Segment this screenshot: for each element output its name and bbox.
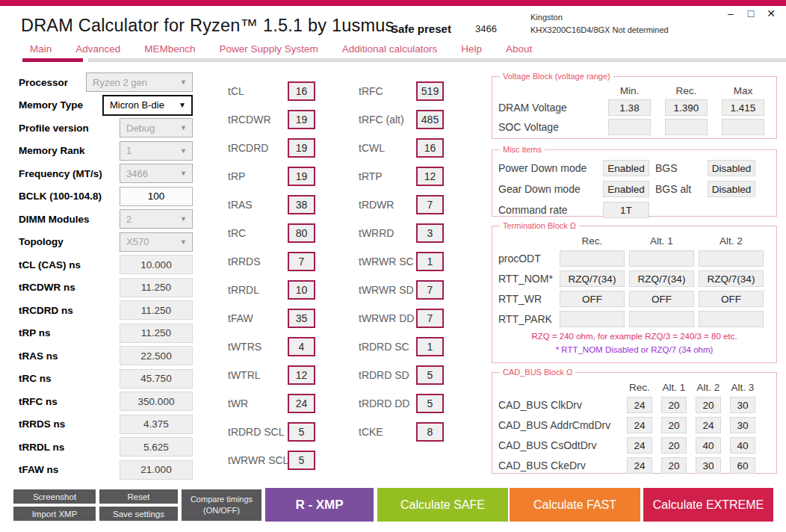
timing-row-twrwr-dd: tWRWR DD7 (359, 304, 444, 332)
tcwl-input[interactable]: 16 (416, 138, 444, 158)
tcke-input[interactable]: 8 (416, 422, 444, 442)
timing-row-trrdl: tRRDL10 (228, 276, 315, 304)
trdrd-scl-input[interactable]: 5 (288, 422, 315, 442)
tras-label: tRAS (228, 199, 288, 211)
table-row-dram-voltage: DRAM Voltage1.381.3901.415 (498, 99, 770, 116)
termination-block-title: Termination Block Ω (500, 221, 579, 230)
tras-input[interactable]: 38 (288, 195, 315, 214)
field-label-trfc-ns: tRFC ns (19, 396, 58, 407)
reset-button[interactable]: Reset (99, 489, 178, 504)
bclk-100-104-8-input[interactable] (120, 187, 193, 206)
window-controls: – □ ✕ (725, 7, 777, 19)
cad-bus-clkdrv-alt-2-box: 20 (696, 397, 721, 413)
screenshot-button[interactable]: Screenshot (13, 489, 96, 504)
twrwr-sc-input[interactable]: 1 (416, 252, 444, 271)
trp-ns-readonly: 11.250 (120, 324, 193, 343)
field-row-dimm-modules: DIMM Modules2▼ (19, 208, 193, 231)
timing-row-trc: tRC80 (228, 219, 315, 247)
trcdwr-input[interactable]: 19 (288, 110, 315, 129)
column-header-rec: Rec. (560, 235, 625, 247)
bgs-value: Disabled (708, 160, 755, 176)
trtp-input[interactable]: 12 (416, 167, 444, 186)
twtrs-input[interactable]: 4 (288, 337, 315, 356)
preset-label: Safe preset (391, 22, 451, 35)
trrds-input[interactable]: 7 (288, 252, 315, 271)
cad-bus-ckedrv-alt-2-box: 30 (696, 457, 721, 474)
tfaw-input[interactable]: 35 (288, 309, 315, 328)
twtrl-input[interactable]: 12 (288, 365, 315, 385)
rtt-nom-rec-box: RZQ/7(34) (560, 270, 625, 287)
command-rate-value: 1T (603, 202, 649, 218)
memory-module-info: Kingston KHX3200C16D4/8GX Not determined (530, 11, 669, 36)
tcl-label: tCL (228, 85, 288, 97)
twr-input[interactable]: 24 (288, 394, 315, 413)
profile-version-dropdown: Debug▼ (120, 118, 193, 137)
memory-model: KHX3200C16D4/8GX Not determined (530, 24, 669, 37)
field-label-trrds-ns: tRRDS ns (19, 418, 65, 430)
cad-bus-clkdrv-label: CAD_BUS ClkDrv (498, 399, 618, 411)
cad-bus-block-title: CAD_BUS Block Ω (500, 368, 575, 377)
field-row-trrds-ns: tRRDS ns4.375 (19, 413, 193, 436)
trfc-alt-input[interactable]: 485 (416, 110, 444, 129)
column-header-alt-2: Alt. 2 (699, 235, 764, 247)
twrwr-sd-input[interactable]: 7 (416, 280, 444, 300)
rtt-park-label: RTT_PARK (498, 313, 555, 325)
tab-help[interactable]: Help (454, 43, 489, 55)
trrdl-input[interactable]: 10 (288, 280, 315, 300)
rtt-nom-alt-1-box: RZQ/7(34) (629, 270, 694, 287)
power-down-mode-label: Power Down mode (498, 162, 597, 174)
trdwr-label: tRDWR (359, 199, 416, 211)
trdrd-sc-label: tRDRD SC (359, 341, 416, 353)
tcl-input[interactable]: 16 (288, 81, 315, 101)
twrwr-dd-input[interactable]: 7 (416, 309, 444, 328)
cad-bus-block-header-row: Rec.Alt. 1Alt. 2Alt. 3 (498, 382, 770, 393)
tab-about[interactable]: About (498, 43, 539, 55)
trdrd-sc-input[interactable]: 1 (416, 337, 444, 356)
trdwr-input[interactable]: 7 (416, 195, 444, 214)
dram-voltage-rec-box: 1.390 (665, 99, 708, 116)
field-label-trcdrd-ns: tRCDRD ns (19, 305, 73, 316)
compare-timings-button[interactable]: Compare timings (ON/OFF) (182, 489, 262, 521)
chevron-down-icon: ▼ (180, 215, 187, 223)
field-row-memory-rank: Memory Rank1▼ (19, 140, 193, 163)
tab-main[interactable]: Main (22, 43, 59, 55)
twrrd-input[interactable]: 3 (416, 223, 444, 243)
tab-membench[interactable]: MEMbench (137, 43, 202, 55)
dram-voltage-max-box: 1.415 (722, 99, 764, 116)
calculate-extreme-button[interactable]: Calculate EXTREME (643, 488, 773, 522)
minimize-button[interactable]: – (725, 7, 737, 19)
memory-type-dropdown[interactable]: Micron B-die▼ (102, 95, 193, 116)
import-xmp-button[interactable]: Import XMP (13, 507, 96, 521)
tab-advanced[interactable]: Advanced (68, 43, 128, 55)
trcdrd-input[interactable]: 19 (288, 138, 315, 158)
tab-additional-calculators[interactable]: Additional calculators (335, 43, 445, 55)
field-row-frequency-mt-s: Frequency (MT/s)3466▼ (19, 162, 193, 185)
calculate-safe-button[interactable]: Calculate SAFE (377, 488, 508, 522)
tfaw-ns-readonly: 21.000 (120, 460, 193, 480)
cad-bus-clkdrv-rec-box: 24 (627, 397, 652, 413)
timing-row-trfc: tRFC519 (359, 77, 444, 105)
trcdwr-label: tRCDWR (228, 114, 288, 126)
save-settings-button[interactable]: Save settings (99, 507, 178, 521)
trdrd-dd-input[interactable]: 5 (416, 394, 444, 413)
cad-bus-block: CAD_BUS Block Ω Rec.Alt. 1Alt. 2Alt. 3CA… (492, 368, 777, 474)
trfc-input[interactable]: 519 (416, 81, 444, 101)
trrdl-label: tRRDL (228, 284, 288, 296)
twrwr-scl-input[interactable]: 5 (288, 451, 315, 470)
timing-row-twtrs: tWTRS4 (228, 332, 315, 361)
column-header-alt-3: Alt. 3 (730, 382, 755, 393)
termination-table: Rec.Alt. 1Alt. 2procODTRTT_NOM*RZQ/7(34)… (498, 235, 770, 327)
misc-items-block: Misc items Power Down modeEnabledBGSDisa… (492, 145, 777, 217)
r-xmp-button[interactable]: R - XMP (265, 488, 374, 522)
calculate-fast-button[interactable]: Calculate FAST (510, 488, 640, 522)
trp-input[interactable]: 19 (288, 167, 315, 186)
trc-input[interactable]: 80 (288, 223, 315, 243)
cad-bus-addrcmddrv-alt-2-box: 24 (696, 417, 721, 433)
maximize-button[interactable]: □ (745, 7, 757, 19)
voltage-block: Voltage Block (voltage range) Min.Rec.Ma… (492, 72, 777, 139)
close-button[interactable]: ✕ (765, 7, 777, 19)
table-row-rtt-nom: RTT_NOM*RZQ/7(34)RZQ/7(34)RZQ/7(34) (498, 270, 770, 287)
trdrd-sd-input[interactable]: 5 (416, 365, 444, 385)
tab-power-supply-system[interactable]: Power Supply System (212, 43, 326, 55)
timing-row-twtrl: tWTRL12 (228, 361, 315, 389)
